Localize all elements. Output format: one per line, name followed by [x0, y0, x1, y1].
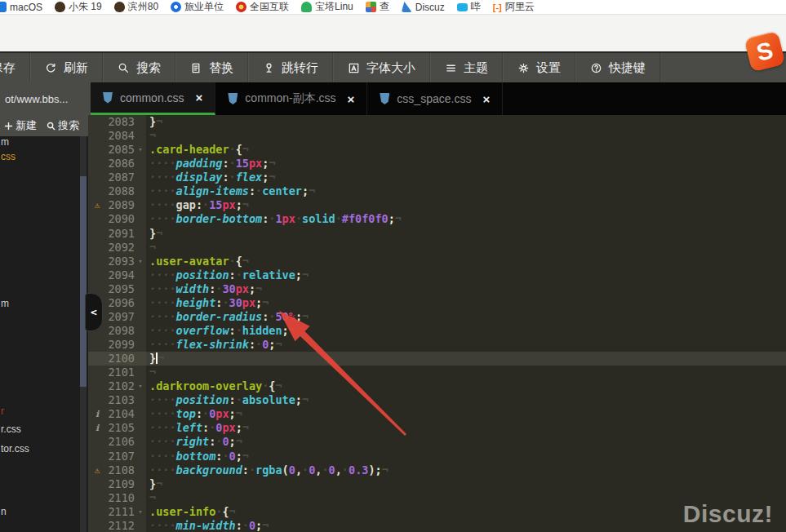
- tab-close-icon[interactable]: ×: [348, 92, 355, 106]
- token-ws: ····: [149, 198, 176, 211]
- code-line-2093[interactable]: 2093▾.user-avatar·{¬: [88, 255, 786, 268]
- sidebar-file-item[interactable]: r.css: [1, 423, 21, 435]
- goto-line-icon: [263, 62, 275, 74]
- fold-marker[interactable]: ▾: [135, 379, 146, 393]
- fold-marker: [135, 296, 146, 310]
- code-line-2087[interactable]: 2087····display:·flex;¬: [88, 171, 786, 184]
- bookmark-macos[interactable]: macOS: [2, 2, 42, 13]
- replace-button[interactable]: 替换: [175, 53, 248, 82]
- token-brace: }: [149, 115, 156, 128]
- tab-css_space.css[interactable]: css_space.css×: [367, 82, 503, 115]
- bookmark-baota[interactable]: 宝塔Linu: [301, 0, 353, 14]
- code-line-2110[interactable]: 2110¬: [88, 491, 786, 505]
- code-line-2111[interactable]: 2111▾.user-info·{¬: [88, 505, 786, 519]
- sidebar-search-button[interactable]: 搜索: [47, 118, 79, 133]
- code-line-2101[interactable]: 2101¬: [88, 366, 786, 379]
- search-icon: [47, 122, 56, 131]
- code-line-2100[interactable]: 2100}¬: [88, 352, 786, 366]
- code-line-2099[interactable]: 2099····flex-shrink:·0;¬: [88, 338, 786, 352]
- code-line-2109[interactable]: 2109}¬: [88, 477, 786, 491]
- token-ws: ····: [149, 268, 176, 282]
- bookmark-lvye[interactable]: 旅业单位: [171, 0, 224, 14]
- code-line-2097[interactable]: 2097····border-radius:·50%;¬: [88, 310, 786, 324]
- refresh-icon: [45, 62, 57, 74]
- code-line-2089[interactable]: ⚠2089····gap:·15px;¬: [88, 198, 786, 212]
- gutter-icon-empty: [88, 366, 106, 379]
- fold-marker[interactable]: ▾: [135, 505, 146, 519]
- tab-common-副本.css[interactable]: common-副本.css×: [215, 82, 367, 115]
- sidebar-file-item[interactable]: m: [1, 136, 9, 148]
- code-line-2095[interactable]: 2095····width:·30px;¬: [88, 282, 786, 296]
- sidebar-collapse-handle[interactable]: <: [85, 293, 103, 331]
- sidebar-file-item[interactable]: tor.css: [1, 443, 29, 454]
- code-line-2112[interactable]: 2112····min-width:·0;¬: [88, 519, 786, 532]
- code-line-2098[interactable]: 2098····overflow:·hidden;¬: [88, 324, 786, 338]
- settings-button[interactable]: 设置: [503, 53, 575, 82]
- sidebar-file-item[interactable]: r: [1, 406, 4, 417]
- token-ws: ····: [149, 463, 176, 477]
- code-line-2091[interactable]: 2091}¬: [88, 227, 786, 241]
- code-line-2086[interactable]: 2086····padding:·15px;¬: [88, 157, 786, 171]
- token-ws: ·: [322, 463, 328, 477]
- sidebar-file-item[interactable]: m: [1, 298, 9, 309]
- theme-button[interactable]: 主题: [430, 53, 503, 82]
- bookmark-discuz[interactable]: Discuz: [402, 2, 445, 13]
- tab-close-icon[interactable]: ×: [482, 92, 490, 106]
- token-ws: ····: [149, 310, 176, 323]
- sidebar-file-item[interactable]: css: [1, 151, 16, 162]
- save-button[interactable]: 保存: [0, 53, 30, 82]
- bookmark-cha[interactable]: 查: [366, 0, 389, 14]
- code-line-2094[interactable]: 2094····position:·relative;¬: [88, 268, 786, 282]
- token-eol: ¬: [275, 338, 282, 351]
- code-line-2090[interactable]: 2090····border-bottom:·1px·solid·#f0f0f0…: [88, 212, 786, 226]
- sidebar-scrollbar-thumb[interactable]: [80, 176, 87, 387]
- code-line-2107[interactable]: 2107····bottom:·0;¬: [88, 450, 786, 463]
- bookmark-quanguo[interactable]: 全国互联: [236, 0, 289, 14]
- code-line-2102[interactable]: 2102▾.darkroom-overlay·{¬: [88, 379, 786, 393]
- gutter-icon-empty: [88, 157, 106, 171]
- bookmark-aliyun[interactable]: [-]阿里云: [493, 0, 535, 14]
- code-line-2085[interactable]: 2085▾.card-header·{¬: [88, 143, 786, 157]
- token-num: 0.3: [349, 463, 368, 477]
- tab-close-icon[interactable]: ×: [196, 91, 203, 104]
- new-file-button[interactable]: 新建: [4, 118, 37, 133]
- token-prop: position: [176, 393, 229, 406]
- code-line-2096[interactable]: 2096····height:·30px;¬: [88, 296, 786, 310]
- token-ws: ·: [229, 255, 236, 268]
- code-text: ····align-items:·center;¬: [146, 184, 786, 198]
- code-line-2108[interactable]: ⚠2108····background:·rgba(0,·0,·0,·0.3);…: [88, 463, 786, 477]
- font-size-button[interactable]: 字体大小: [333, 53, 430, 82]
- refresh-button[interactable]: 刷新: [30, 53, 103, 82]
- code-line-2103[interactable]: 2103····position:·absolute;¬: [88, 393, 786, 407]
- project-path-chip[interactable]: ot/www.bbs...: [0, 82, 91, 115]
- goto-line-button[interactable]: 跳转行: [248, 53, 333, 82]
- token-eol: ¬: [149, 241, 156, 254]
- fold-marker[interactable]: ▾: [135, 255, 146, 268]
- code-editor[interactable]: 2083}¬2084¬2085▾.card-header·{¬2086····p…: [88, 115, 786, 532]
- bookmark-bilibili[interactable]: 哔: [457, 0, 481, 14]
- code-line-2083[interactable]: 2083}¬: [88, 115, 786, 129]
- token-sel: .darkroom-overlay: [149, 379, 262, 392]
- shortcuts-button[interactable]: 快捷键: [575, 53, 660, 82]
- code-line-2092[interactable]: 2092¬: [88, 241, 786, 255]
- search-button[interactable]: 搜索: [103, 53, 175, 82]
- sidebar-file-item[interactable]: n: [1, 506, 7, 517]
- macos-favicon-icon: [0, 2, 7, 12]
- bookmark-xiaozhu[interactable]: 小朱 19: [55, 0, 102, 14]
- code-line-2084[interactable]: 2084¬: [88, 129, 786, 143]
- token-kw: absolute: [242, 393, 295, 406]
- code-line-2105[interactable]: i2105····left:·0px;¬: [88, 421, 786, 435]
- code-line-2106[interactable]: 2106····right:·0;¬: [88, 435, 786, 449]
- code-line-2104[interactable]: i2104····top:·0px;¬: [88, 407, 786, 421]
- gutter-icon-empty: [88, 255, 106, 268]
- tab-common.css[interactable]: common.css×: [91, 82, 215, 115]
- code-line-2088[interactable]: 2088····align-items:·center;¬: [88, 184, 786, 198]
- token-semi: ;: [282, 324, 289, 337]
- line-number: 2108: [106, 463, 135, 477]
- token-semi: ;: [249, 282, 255, 295]
- token-ws: ·: [229, 143, 236, 156]
- fold-marker[interactable]: ▾: [135, 143, 146, 157]
- fold-marker: [135, 268, 146, 282]
- token-eol: ¬: [269, 171, 275, 184]
- bookmark-binzhou[interactable]: 滨州80: [114, 0, 158, 14]
